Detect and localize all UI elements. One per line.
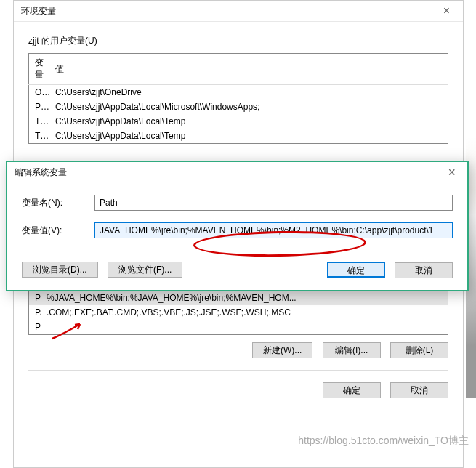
edit-dialog-titlebar: 编辑系统变量 × — [7, 162, 467, 183]
close-icon[interactable]: × — [442, 165, 461, 180]
var-name-cell: Path — [29, 100, 50, 114]
cancel-button[interactable]: 取消 — [390, 382, 448, 398]
var-value-cell: C:\Users\zjjt\AppData\Local\Temp — [49, 114, 448, 129]
col-header-name[interactable]: 变量 — [29, 54, 50, 85]
var-value-input[interactable] — [94, 222, 453, 238]
edit-button[interactable]: 编辑(I)... — [323, 342, 381, 358]
edit-dialog-title-text: 编辑系统变量 — [15, 166, 67, 179]
var-name-cell: TEMP — [29, 114, 50, 129]
var-name-cell: PERL5LIB — [29, 320, 41, 335]
user-vars-label: zjjt 的用户变量(U) — [28, 35, 448, 47]
var-value-cell: %JAVA_HOME%\bin;%JAVA_HOME%\jre\bin;%MAV… — [41, 291, 448, 305]
dialog-titlebar: 环境变量 × — [14, 1, 463, 22]
edit-ok-button[interactable]: 确定 — [327, 262, 385, 278]
ok-button[interactable]: 确定 — [323, 382, 381, 398]
var-name-cell: OneDrive — [29, 85, 50, 100]
delete-button[interactable]: 删除(L) — [390, 342, 448, 358]
table-row[interactable]: Path%JAVA_HOME%\bin;%JAVA_HOME%\jre\bin;… — [29, 291, 448, 305]
table-row[interactable]: PathC:\Users\zjjt\AppData\Local\Microsof… — [29, 100, 448, 114]
close-icon[interactable]: × — [437, 4, 456, 17]
dialog-bottom-buttons: 确定 取消 — [28, 375, 448, 406]
col-header-value[interactable]: 值 — [49, 54, 448, 85]
watermark-text: https://blog.51cto.com/weixin_TO博主 — [298, 435, 469, 448]
var-value-cell — [41, 320, 448, 335]
dialog-title-text: 环境变量 — [21, 5, 56, 17]
new-button[interactable]: 新建(W)... — [252, 342, 312, 358]
sys-vars-buttons: 新建(W)... 编辑(I)... 删除(L) — [28, 335, 448, 366]
edit-cancel-button[interactable]: 取消 — [395, 262, 453, 278]
var-name-input[interactable] — [94, 195, 453, 211]
var-value-cell: C:\Users\zjjt\OneDrive — [49, 85, 448, 100]
table-row[interactable]: TEMPC:\Users\zjjt\AppData\Local\Temp — [29, 114, 448, 129]
var-value-cell: .COM;.EXE;.BAT;.CMD;.VBS;.VBE;.JS;.JSE;.… — [41, 305, 448, 320]
var-name-cell: Path — [29, 291, 41, 305]
table-row[interactable]: PATHEXT.COM;.EXE;.BAT;.CMD;.VBS;.VBE;.JS… — [29, 305, 448, 320]
var-name-cell: PATHEXT — [29, 305, 41, 320]
user-vars-table[interactable]: 变量 值 OneDriveC:\Users\zjjt\OneDrivePathC… — [28, 53, 448, 144]
var-value-label: 变量值(V): — [22, 225, 94, 237]
var-value-cell: C:\Users\zjjt\AppData\Local\Temp — [49, 129, 448, 144]
browse-file-button[interactable]: 浏览文件(F)... — [108, 262, 182, 278]
var-value-cell: C:\Users\zjjt\AppData\Local\Microsoft\Wi… — [49, 100, 448, 114]
edit-sys-var-dialog: 编辑系统变量 × 变量名(N): 变量值(V): 浏览目录(D)... 浏览文件… — [6, 161, 469, 291]
var-name-cell: TMP — [29, 129, 50, 144]
browse-dir-button[interactable]: 浏览目录(D)... — [22, 262, 98, 278]
table-row[interactable]: TMPC:\Users\zjjt\AppData\Local\Temp — [29, 129, 448, 144]
table-row[interactable]: PERL5LIB — [29, 320, 448, 335]
table-row[interactable]: OneDriveC:\Users\zjjt\OneDrive — [29, 85, 448, 100]
var-name-label: 变量名(N): — [22, 197, 94, 209]
